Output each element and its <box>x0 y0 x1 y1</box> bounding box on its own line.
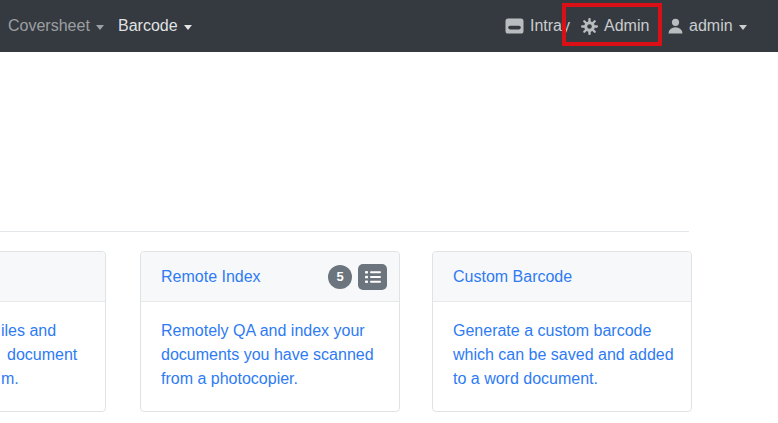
card-remote-index[interactable]: Remote Index 5 Remotely QA and index you… <box>140 251 400 412</box>
inbox-icon <box>505 18 524 34</box>
page: Coversheet Barcode Intray <box>0 0 778 423</box>
card-custom-barcode-line: which can be saved and added <box>453 343 671 367</box>
card-remote-index-line: documents you have scanned <box>161 343 379 367</box>
nav-coversheet-label: Coversheet <box>8 17 90 35</box>
card-remote-index-header: Remote Index 5 <box>141 252 399 302</box>
card-clipped-body[interactable]: iles and document m. <box>0 302 105 391</box>
card-custom-barcode-body[interactable]: Generate a custom barcode which can be s… <box>433 302 691 391</box>
list-icon <box>365 270 381 284</box>
nav-item-coversheet[interactable]: Coversheet <box>8 0 104 52</box>
user-icon <box>668 18 683 34</box>
horizontal-divider <box>0 231 689 232</box>
card-custom-barcode-line: to a word document. <box>453 367 671 391</box>
remote-index-list-button[interactable] <box>358 264 387 290</box>
nav-item-intray[interactable]: Intray <box>505 0 570 52</box>
card-remote-index-body[interactable]: Remotely QA and index your documents you… <box>141 302 399 391</box>
chevron-down-icon <box>739 25 747 30</box>
top-navbar: Coversheet Barcode Intray <box>0 0 778 52</box>
nav-admin-label: Admin <box>604 17 649 35</box>
card-remote-index-line: from a photocopier. <box>161 367 379 391</box>
card-custom-barcode-header: Custom Barcode <box>433 252 691 302</box>
card-remote-index-title[interactable]: Remote Index <box>161 268 261 286</box>
remote-index-count-badge: 5 <box>328 265 352 289</box>
nav-item-admin[interactable]: Admin <box>581 0 649 52</box>
nav-item-user-menu[interactable]: admin <box>668 0 747 52</box>
card-clipped-left[interactable]: iles and document m. <box>0 251 106 412</box>
chevron-down-icon <box>184 25 192 30</box>
card-remote-index-line: Remotely QA and index your <box>161 319 379 343</box>
card-clipped-line: document <box>1 343 85 367</box>
card-clipped-line: m. <box>1 367 85 391</box>
card-custom-barcode-title[interactable]: Custom Barcode <box>453 268 572 286</box>
gear-icon <box>581 18 598 35</box>
nav-user-label: admin <box>689 17 733 35</box>
nav-barcode-label: Barcode <box>118 17 178 35</box>
nav-intray-label: Intray <box>530 17 570 35</box>
card-clipped-header <box>0 252 105 302</box>
card-custom-barcode-line: Generate a custom barcode <box>453 319 671 343</box>
card-custom-barcode[interactable]: Custom Barcode Generate a custom barcode… <box>432 251 692 412</box>
card-clipped-line: iles and <box>1 319 85 343</box>
nav-item-barcode[interactable]: Barcode <box>118 0 192 52</box>
chevron-down-icon <box>96 25 104 30</box>
